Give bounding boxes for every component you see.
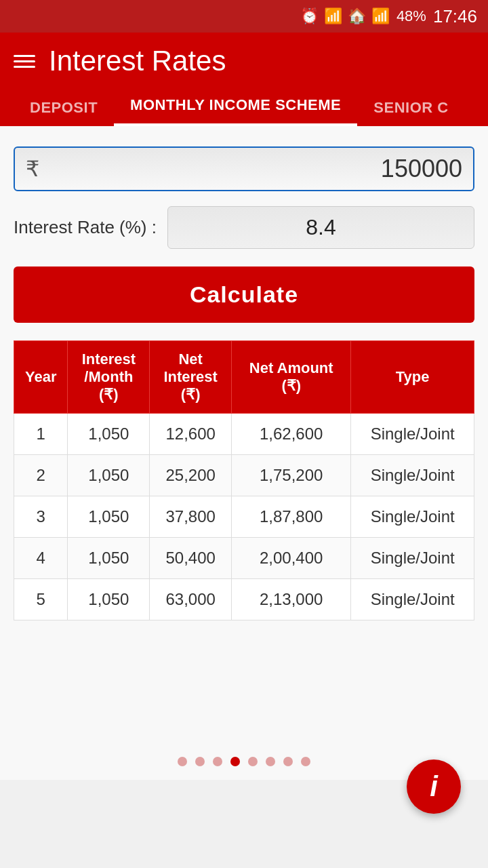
cell-net-amount: 2,13,000 — [232, 579, 351, 620]
results-table: Year Interest/Month(₹) NetInterest(₹) Ne… — [14, 340, 474, 620]
header-top: Interest Rates — [14, 45, 474, 77]
cell-net-interest: 37,800 — [150, 496, 232, 538]
table-row: 4 1,050 50,400 2,00,400 Single/Joint — [14, 538, 474, 579]
alarm-icon: ⏰ — [300, 7, 319, 25]
cell-net-interest: 50,400 — [150, 538, 232, 579]
cell-type: Single/Joint — [351, 455, 474, 496]
cell-net-amount: 1,87,800 — [232, 496, 351, 538]
signal-icon: 📶 — [371, 7, 390, 25]
cell-type: Single/Joint — [351, 496, 474, 538]
header: Interest Rates DEPOSIT MONTHLY INCOME SC… — [0, 33, 488, 126]
status-icons: ⏰ 📶 🏠 📶 — [300, 7, 390, 25]
tab-monthly-income-scheme[interactable]: MONTHLY INCOME SCHEME — [114, 90, 357, 126]
cell-interest-month: 1,050 — [68, 496, 150, 538]
col-interest-month: Interest/Month(₹) — [68, 341, 150, 414]
table-row: 3 1,050 37,800 1,87,800 Single/Joint — [14, 496, 474, 538]
page-title: Interest Rates — [49, 45, 226, 77]
home-icon: 🏠 — [348, 7, 366, 25]
page-dot[interactable] — [283, 757, 293, 766]
table-row: 1 1,050 12,600 1,62,600 Single/Joint — [14, 414, 474, 455]
page-dot[interactable] — [301, 757, 310, 766]
page-dot[interactable] — [266, 757, 275, 766]
battery-level: 48% — [396, 7, 426, 25]
cell-net-amount: 2,00,400 — [232, 538, 351, 579]
rupee-icon: ₹ — [26, 156, 39, 182]
content-area: ₹ Interest Rate (%) : 8.4 Calculate Year… — [0, 126, 488, 736]
cell-net-interest: 25,200 — [150, 455, 232, 496]
cell-net-amount: 1,75,200 — [232, 455, 351, 496]
clock: 17:46 — [433, 6, 477, 27]
page-dot[interactable] — [195, 757, 205, 766]
table-row: 2 1,050 25,200 1,75,200 Single/Joint — [14, 455, 474, 496]
cell-year: 2 — [14, 455, 68, 496]
cell-interest-month: 1,050 — [68, 538, 150, 579]
tab-senior-citizen[interactable]: SENIOR C — [357, 92, 464, 126]
wifi-icon: 📶 — [324, 7, 342, 25]
info-fab[interactable]: i — [407, 760, 461, 814]
cell-year: 1 — [14, 414, 68, 455]
tabs-bar: DEPOSIT MONTHLY INCOME SCHEME SENIOR C — [14, 90, 474, 126]
cell-interest-month: 1,050 — [68, 455, 150, 496]
col-type: Type — [351, 341, 474, 414]
status-bar: ⏰ 📶 🏠 📶 48% 17:46 — [0, 0, 488, 33]
tab-deposit[interactable]: DEPOSIT — [14, 92, 114, 126]
menu-button[interactable] — [14, 55, 35, 68]
table-row: 5 1,050 63,000 2,13,000 Single/Joint — [14, 579, 474, 620]
calculate-button[interactable]: Calculate — [14, 267, 474, 323]
info-icon: i — [430, 770, 438, 803]
page-dot-active[interactable] — [230, 757, 240, 766]
page-dot[interactable] — [213, 757, 222, 766]
col-net-interest: NetInterest(₹) — [150, 341, 232, 414]
cell-type: Single/Joint — [351, 414, 474, 455]
cell-interest-month: 1,050 — [68, 414, 150, 455]
cell-type: Single/Joint — [351, 538, 474, 579]
interest-rate-label: Interest Rate (%) : — [14, 217, 157, 238]
cell-year: 4 — [14, 538, 68, 579]
cell-year: 5 — [14, 579, 68, 620]
interest-rate-value: 8.4 — [167, 206, 474, 249]
cell-net-amount: 1,62,600 — [232, 414, 351, 455]
cell-year: 3 — [14, 496, 68, 538]
page-dot[interactable] — [248, 757, 258, 766]
page-dot[interactable] — [178, 757, 187, 766]
amount-input[interactable] — [50, 155, 462, 183]
cell-interest-month: 1,050 — [68, 579, 150, 620]
table-header-row: Year Interest/Month(₹) NetInterest(₹) Ne… — [14, 341, 474, 414]
cell-net-interest: 12,600 — [150, 414, 232, 455]
cell-type: Single/Joint — [351, 579, 474, 620]
interest-rate-row: Interest Rate (%) : 8.4 — [14, 206, 474, 249]
cell-net-interest: 63,000 — [150, 579, 232, 620]
col-year: Year — [14, 341, 68, 414]
col-net-amount: Net Amount(₹) — [232, 341, 351, 414]
amount-input-wrapper[interactable]: ₹ — [14, 146, 474, 191]
